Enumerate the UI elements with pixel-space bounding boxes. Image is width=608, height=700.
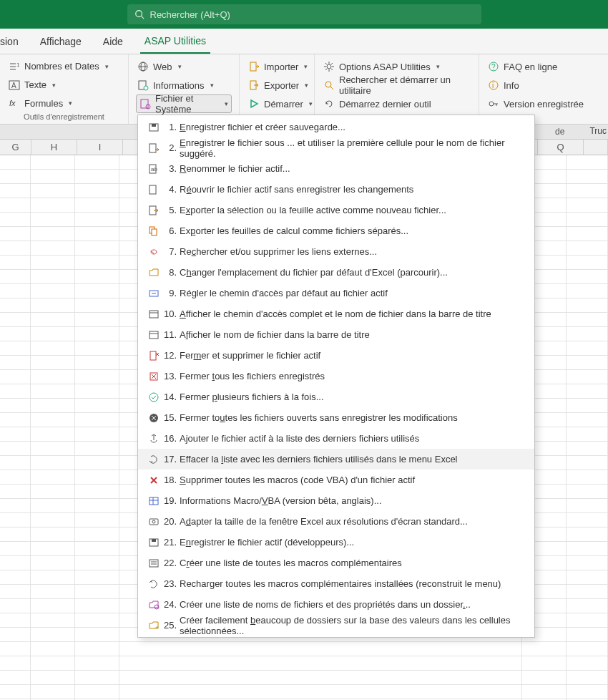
grid-cell[interactable] (567, 642, 608, 656)
grid-cell[interactable] (75, 399, 119, 412)
grid-cell[interactable] (567, 313, 608, 326)
grid-cell[interactable] (75, 327, 119, 341)
grid-cell[interactable] (567, 513, 608, 527)
grid-cell[interactable] (31, 542, 75, 555)
grid-cell[interactable] (75, 155, 119, 169)
grid-cell[interactable] (567, 456, 608, 470)
nombres-dates-button[interactable]: 1 Nombres et Dates▾ (7, 57, 121, 76)
grid-cell[interactable] (567, 656, 608, 670)
menu-item-20[interactable]: 20.Adapter la taille de la fenêtre Excel… (138, 511, 534, 532)
grid-cell[interactable] (0, 427, 31, 441)
grid-cell[interactable] (0, 213, 31, 226)
menu-item-8[interactable]: 8.Changer l'emplacement du fichier par d… (138, 262, 534, 283)
grid-cell[interactable] (75, 341, 119, 355)
grid-cell[interactable] (567, 613, 608, 627)
grid-cell[interactable] (0, 671, 31, 684)
info-button[interactable]: i Info (486, 76, 601, 94)
grid-cell[interactable] (0, 298, 31, 312)
grid-cell[interactable] (31, 341, 75, 355)
grid-cell[interactable] (75, 384, 119, 398)
global-search[interactable]: Rechercher (Alt+Q) (127, 4, 481, 24)
grid-cell[interactable] (567, 427, 608, 441)
grid-cell[interactable] (75, 656, 119, 670)
grid-cell[interactable] (75, 513, 119, 527)
grid-cell[interactable] (0, 542, 31, 555)
grid-cell[interactable] (0, 370, 31, 384)
grid-cell[interactable] (0, 470, 31, 484)
tab-affichage[interactable]: Affichage (36, 30, 86, 53)
grid-cell[interactable] (75, 642, 119, 656)
grid-cell[interactable] (75, 528, 119, 541)
grid-cell[interactable] (31, 685, 75, 699)
grid-cell[interactable] (75, 599, 119, 613)
menu-item-16[interactable]: 16.Ajouter le fichier actif à la liste d… (138, 428, 534, 449)
grid-cell[interactable] (567, 570, 608, 584)
grid-cell[interactable] (567, 384, 608, 398)
col-r-partial[interactable] (584, 140, 608, 155)
col-g[interactable]: G (0, 140, 31, 155)
grid-cell[interactable] (31, 270, 75, 283)
grid-cell[interactable] (567, 198, 608, 212)
menu-item-4[interactable]: 4.Réouvrir le fichier actif sans enregis… (138, 179, 534, 200)
grid-cell[interactable] (0, 442, 31, 455)
grid-cell[interactable] (567, 413, 608, 427)
grid-cell[interactable] (567, 213, 608, 226)
grid-cell[interactable] (31, 298, 75, 312)
grid-cell[interactable] (0, 341, 31, 355)
version-button[interactable]: Version enregistrée (486, 94, 601, 113)
menu-item-25[interactable]: +25.Créer facilement beaucoup de dossier… (138, 615, 534, 636)
tab-asap-utilities[interactable]: ASAP Utilities (140, 29, 210, 54)
grid-cell[interactable] (31, 570, 75, 584)
grid-cell[interactable] (31, 370, 75, 384)
grid-cell[interactable] (75, 456, 119, 470)
grid-cell[interactable] (0, 485, 31, 498)
grid-cell[interactable] (75, 184, 119, 198)
menu-item-19[interactable]: 19.Informations Macro/VBA (version bêta,… (138, 490, 534, 511)
grid-cell[interactable] (31, 442, 75, 455)
grid-cell[interactable] (567, 442, 608, 455)
grid-cell[interactable] (31, 241, 75, 255)
grid-cell[interactable] (0, 198, 31, 212)
grid-cell[interactable] (0, 656, 31, 670)
menu-item-24[interactable]: 24.Créer une liste de noms de fichiers e… (138, 594, 534, 615)
grid-cell[interactable] (75, 499, 119, 512)
grid-cell[interactable] (31, 356, 75, 369)
col-h[interactable]: H (31, 140, 77, 155)
grid-cell[interactable] (119, 671, 522, 684)
grid-cell[interactable] (75, 198, 119, 212)
grid-cell[interactable] (567, 485, 608, 498)
grid-cell[interactable] (75, 685, 119, 699)
menu-item-13[interactable]: 13.Fermer tous les fichiers enregistrés (138, 366, 534, 387)
grid-cell[interactable] (567, 256, 608, 269)
grid-cell[interactable] (31, 399, 75, 412)
grid-cell[interactable] (522, 642, 567, 656)
grid-cell[interactable] (522, 671, 567, 684)
grid-cell[interactable] (119, 685, 522, 699)
grid-cell[interactable] (567, 184, 608, 198)
menu-item-9[interactable]: 9.Régler le chemin d'accès par défaut au… (138, 283, 534, 303)
grid-cell[interactable] (31, 671, 75, 684)
col-q[interactable]: Q (538, 140, 584, 155)
grid-cell[interactable] (31, 313, 75, 326)
menu-item-15[interactable]: 15.Fermer toutes les fichiers ouverts sa… (138, 407, 534, 428)
grid-cell[interactable] (522, 685, 567, 699)
menu-item-6[interactable]: 6.Exporter les feuilles de calcul comme … (138, 220, 534, 241)
grid-cell[interactable] (75, 298, 119, 312)
grid-cell[interactable] (567, 671, 608, 684)
grid-cell[interactable] (0, 227, 31, 240)
grid-cell[interactable] (0, 356, 31, 369)
menu-item-11[interactable]: 11.Afficher le nom de fichier dans la ba… (138, 324, 534, 345)
rechercher-util-button[interactable]: Rechercher et démarrer un utilitaire (322, 76, 471, 94)
grid-cell[interactable] (31, 327, 75, 341)
grid-cell[interactable] (75, 470, 119, 484)
grid-cell[interactable] (75, 628, 119, 641)
grid-cell[interactable] (75, 227, 119, 240)
menu-item-14[interactable]: 14.Fermer plusieurs fichiers à la fois..… (138, 387, 534, 407)
grid-cell[interactable] (31, 256, 75, 269)
grid-cell[interactable] (75, 241, 119, 255)
exporter-button[interactable]: Exporter▾ (247, 76, 307, 94)
grid-cell[interactable] (567, 241, 608, 255)
grid-cell[interactable] (0, 513, 31, 527)
grid-cell[interactable] (0, 613, 31, 627)
menu-item-12[interactable]: 12.Fermer et supprimer le fichier actif (138, 345, 534, 366)
